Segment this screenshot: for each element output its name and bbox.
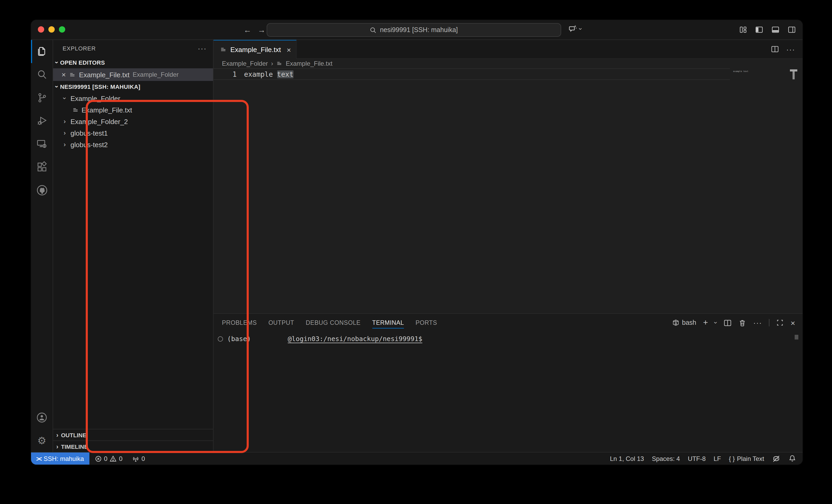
search-icon — [36, 69, 48, 80]
terminal-dropdown-chevron-icon[interactable]: › — [712, 321, 719, 324]
close-editor-icon[interactable]: × — [61, 71, 66, 79]
bell-icon[interactable] — [788, 455, 796, 463]
terminal-more-actions-icon[interactable]: ··· — [753, 318, 762, 327]
chevron-right-icon: › — [271, 60, 273, 67]
files-icon — [36, 46, 48, 57]
activity-source-control-button[interactable] — [31, 86, 53, 109]
command-center[interactable]: nesi99991 [SSH: mahuika] — [267, 23, 561, 37]
bash-icon — [672, 319, 679, 326]
tab-terminal[interactable]: TERMINAL — [372, 315, 404, 331]
terminal-shell-chip[interactable]: bash — [672, 319, 696, 326]
toggle-panel-icon[interactable] — [771, 26, 780, 34]
activity-remote-explorer-button[interactable] — [31, 133, 53, 156]
chevron-down-icon[interactable]: › — [577, 28, 584, 30]
chevron-right-icon: › — [56, 443, 58, 450]
settings-gear-icon: ⚙ — [37, 436, 46, 445]
split-editor-icon[interactable] — [771, 45, 779, 53]
chevron-down-icon: › — [54, 61, 60, 64]
breadcrumb-folder[interactable]: Example_Folder — [222, 60, 268, 67]
activity-github-button[interactable] — [31, 179, 53, 202]
braces-icon: { } — [729, 455, 735, 462]
tab-ports[interactable]: PORTS — [415, 315, 437, 331]
history-forward-button[interactable]: → — [258, 25, 266, 34]
ports-status[interactable]: 0 — [132, 455, 145, 462]
encoding-status[interactable]: UTF-8 — [688, 455, 706, 462]
activity-extensions-button[interactable] — [31, 156, 53, 179]
close-window-button[interactable] — [38, 26, 44, 33]
breadcrumb-file[interactable]: Example_File.txt — [286, 60, 332, 67]
terminal-content[interactable]: (base) @login03:/nesi/nobackup/nesi99991… — [213, 332, 803, 452]
explorer-more-actions-icon[interactable]: ··· — [198, 44, 207, 53]
selected-text: text — [277, 70, 293, 78]
file-icon — [72, 106, 79, 113]
radio-tower-icon — [132, 455, 139, 462]
sidebar-title: EXPLORER — [62, 45, 198, 52]
language-mode-status[interactable]: { } Plain Text — [729, 455, 764, 462]
warning-icon — [110, 455, 117, 462]
activity-account-button[interactable] — [31, 406, 53, 429]
desktop: ← → nesi99991 [SSH: mahuika] — [0, 0, 832, 504]
tab-example-file[interactable]: Example_File.txt × — [213, 40, 297, 59]
editor-group: Example_File.txt × ··· Example_Folder — [213, 40, 803, 452]
problems-status[interactable]: 0 0 — [95, 455, 123, 462]
remote-icon: >< — [36, 455, 41, 462]
editor-more-actions-icon[interactable]: ··· — [786, 45, 795, 53]
copilot-chat-icon[interactable] — [569, 24, 577, 33]
kill-terminal-trash-icon[interactable] — [738, 319, 746, 327]
workspace-label: NESI99991 [SSH: MAHUIKA] — [60, 84, 140, 90]
tree-item-folder[interactable]: › globus-test2 — [53, 139, 213, 150]
tab-debug-console[interactable]: DEBUG CONSOLE — [306, 315, 361, 331]
activity-bar: ⚙ — [31, 40, 53, 452]
open-editors-section-header[interactable]: › OPEN EDITORS — [53, 57, 213, 68]
split-terminal-icon[interactable] — [724, 319, 732, 327]
activity-explorer-button[interactable] — [31, 40, 53, 63]
toggle-primary-sidebar-icon[interactable] — [755, 26, 764, 34]
tree-item-folder[interactable]: › Example_Folder_2 — [53, 116, 213, 127]
activity-run-debug-button[interactable] — [31, 109, 53, 133]
minimap[interactable]: example text — [730, 68, 789, 313]
copilot-disabled-icon[interactable] — [772, 454, 780, 463]
tree-item-file[interactable]: Example_File.txt — [53, 104, 213, 116]
indentation-status[interactable]: Spaces: 4 — [652, 455, 680, 462]
remote-indicator[interactable]: >< SSH: mahuika — [31, 452, 89, 465]
terminal-prompt-line: (base) @login03:/nesi/nobackup/nesi99991… — [217, 335, 803, 343]
source-control-icon — [36, 92, 48, 104]
close-panel-icon[interactable]: × — [790, 318, 795, 327]
account-icon — [36, 411, 48, 423]
tree-item-label: Example_Folder — [71, 94, 120, 102]
tab-output[interactable]: OUTPUT — [268, 315, 294, 331]
minimize-window-button[interactable] — [48, 26, 55, 33]
extensions-icon — [36, 161, 48, 173]
cursor-position-status[interactable]: Ln 1, Col 13 — [610, 455, 644, 462]
timeline-label: TIMELINE — [61, 443, 88, 450]
tree-item-label: Example_File.txt — [81, 106, 132, 114]
history-back-button[interactable]: ← — [243, 25, 251, 34]
tree-item-folder[interactable]: › globus-test1 — [53, 127, 213, 139]
language-label: Plain Text — [737, 455, 764, 462]
overview-selection-mark — [792, 72, 795, 79]
activity-settings-button[interactable]: ⚙ — [31, 429, 53, 452]
panel-scrollbar[interactable] — [795, 335, 798, 339]
search-icon — [370, 27, 377, 33]
close-tab-icon[interactable]: × — [287, 46, 291, 54]
workspace-section-header[interactable]: › NESI99991 [SSH: MAHUIKA] — [53, 81, 213, 92]
tab-problems[interactable]: PROBLEMS — [222, 315, 257, 331]
overview-ruler[interactable] — [789, 68, 803, 313]
file-icon — [220, 46, 227, 53]
editor-content[interactable]: 1 example text example text — [213, 68, 803, 313]
shell-integration-decoration-icon[interactable] — [218, 336, 223, 341]
timeline-section-header[interactable]: › TIMELINE — [53, 440, 213, 452]
maximize-panel-icon[interactable] — [776, 319, 784, 326]
zoom-window-button[interactable] — [59, 26, 65, 33]
new-terminal-plus-icon[interactable]: + — [703, 318, 708, 328]
tab-label: Example_File.txt — [230, 46, 281, 54]
terminal-prompt-path: @login03:/nesi/nobackup/nesi99991$ — [288, 335, 422, 343]
shell-label: bash — [682, 319, 696, 326]
customize-layout-icon[interactable] — [739, 26, 747, 34]
tree-item-folder[interactable]: › Example_Folder — [53, 92, 213, 104]
outline-section-header[interactable]: › OUTLINE — [53, 429, 213, 440]
open-editor-item[interactable]: × Example_File.txt Example_Folder — [53, 68, 213, 81]
toggle-secondary-sidebar-icon[interactable] — [787, 26, 796, 34]
activity-search-button[interactable] — [31, 63, 53, 86]
eol-status[interactable]: LF — [714, 455, 721, 462]
